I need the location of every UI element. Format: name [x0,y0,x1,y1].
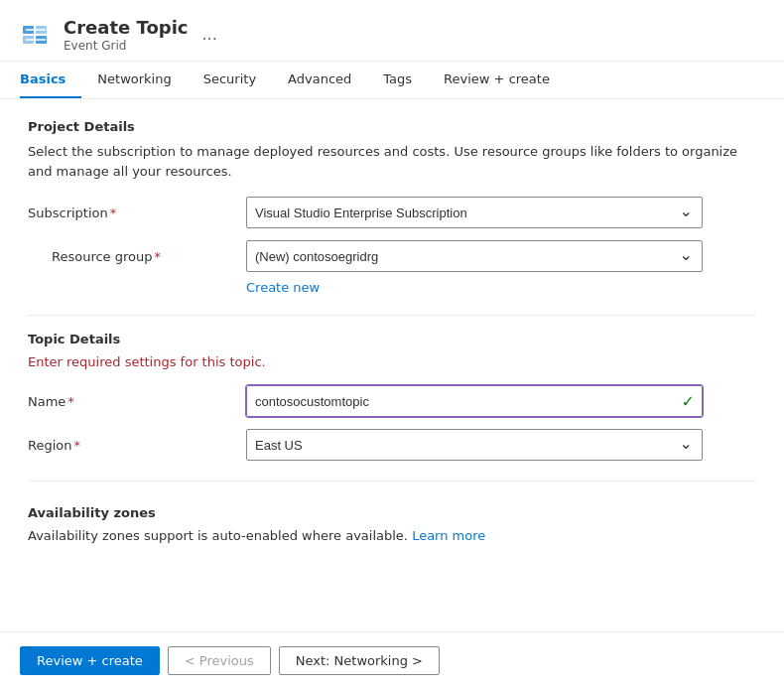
region-required: * [74,438,81,453]
resource-group-select-wrapper: (New) contosoegridrg [246,240,703,272]
resource-group-label: Resource group* [28,249,246,264]
subscription-label: Subscription* [28,206,246,220]
page-title: Create Topic [64,16,189,39]
next-networking-button[interactable]: Next: Networking > [279,646,440,675]
resource-group-control: (New) contosoegridrg [246,240,703,272]
tab-review-create[interactable]: Review + create [428,62,566,98]
region-control: East US [246,429,703,461]
tab-bar: Basics Networking Security Advanced Tags… [0,62,784,99]
learn-more-link[interactable]: Learn more [412,528,485,543]
footer: Review + create < Previous Next: Network… [0,631,784,689]
name-row: Name* ✓ [28,385,756,417]
subscription-control: Visual Studio Enterprise Subscription [246,197,703,228]
subscription-required: * [110,206,117,220]
name-check-icon: ✓ [682,392,695,411]
project-details-title: Project Details [28,119,756,134]
name-label: Name* [28,394,246,409]
section-divider-2 [28,481,756,482]
page-header: Create Topic Event Grid ... [0,0,784,62]
section-divider-1 [28,315,756,316]
tab-networking[interactable]: Networking [81,62,187,98]
tab-tags[interactable]: Tags [367,62,428,98]
resource-group-select[interactable]: (New) contosoegridrg [246,240,703,272]
availability-section: Availability zones Availability zones su… [28,505,756,543]
availability-title: Availability zones [28,505,756,520]
project-details-desc: Select the subscription to manage deploy… [28,142,756,181]
region-row: Region* East US [28,429,756,461]
tab-security[interactable]: Security [188,62,272,98]
tab-advanced[interactable]: Advanced [272,62,367,98]
event-grid-icon [20,19,52,51]
region-select[interactable]: East US [246,429,703,461]
subscription-select-wrapper: Visual Studio Enterprise Subscription [246,197,703,228]
region-label: Region* [28,438,246,453]
name-required: * [67,394,74,409]
resource-group-required: * [155,249,162,264]
more-options-button[interactable]: ... [198,21,221,48]
create-new-link[interactable]: Create new [246,280,756,295]
page-subtitle: Event Grid [64,39,189,53]
name-input-wrapper: ✓ [246,385,703,417]
subscription-row: Subscription* Visual Studio Enterprise S… [28,197,756,228]
name-input[interactable] [246,385,703,417]
svg-rect-0 [20,19,52,51]
topic-details-section: Topic Details Enter required settings fo… [28,332,756,461]
previous-button[interactable]: < Previous [168,646,271,675]
tab-basics[interactable]: Basics [20,62,81,98]
region-select-wrapper: East US [246,429,703,461]
required-info: Enter required settings for this topic. [28,354,756,369]
main-content: Project Details Select the subscription … [0,99,784,631]
availability-desc: Availability zones support is auto-enabl… [28,528,756,543]
name-control: ✓ [246,385,703,417]
topic-details-title: Topic Details [28,332,756,346]
review-create-button[interactable]: Review + create [20,646,160,675]
resource-group-row: Resource group* (New) contosoegridrg [28,240,756,272]
subscription-select[interactable]: Visual Studio Enterprise Subscription [246,197,703,228]
header-text: Create Topic Event Grid [64,16,189,53]
